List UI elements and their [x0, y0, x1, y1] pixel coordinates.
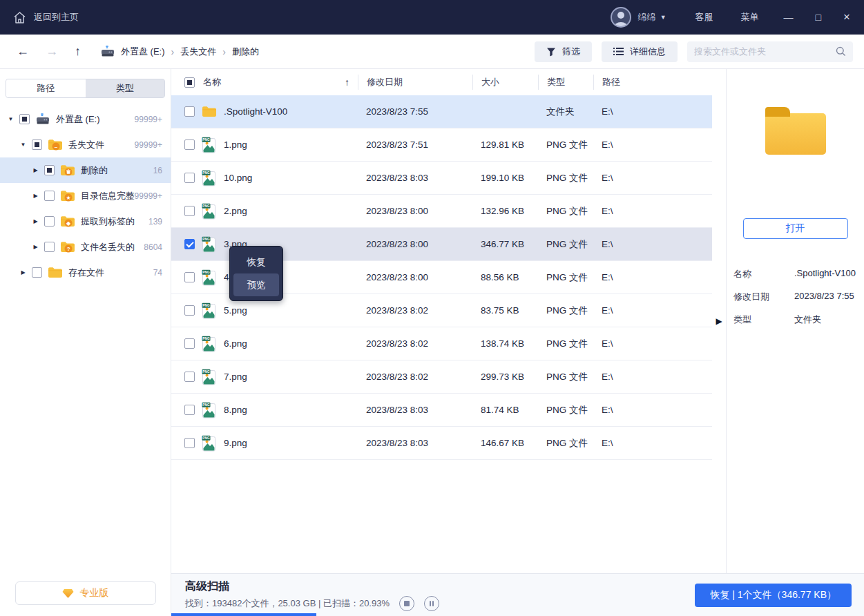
file-type: PNG 文件	[538, 338, 593, 350]
collapse-panel-toggle[interactable]: ▶	[716, 316, 722, 326]
row-checkbox[interactable]	[184, 139, 195, 150]
tree-checkbox[interactable]	[32, 139, 42, 150]
sidebar-tree-item[interactable]: ▼ –丢失文件99999+	[0, 132, 171, 157]
sidebar-tree-item[interactable]: ▶ 存在文件74	[0, 260, 171, 285]
stop-scan-button[interactable]	[399, 596, 414, 611]
expand-arrow-icon[interactable]: ▶	[18, 269, 28, 276]
support-link[interactable]: 客服	[682, 11, 727, 23]
table-row[interactable]: PNG 1.png2023/8/23 7:51129.81 KBPNG 文件E:…	[171, 128, 712, 162]
expand-arrow-icon[interactable]: ▼	[6, 116, 16, 122]
row-checkbox[interactable]	[184, 338, 195, 349]
row-checkbox[interactable]	[184, 206, 195, 216]
nav-up-button[interactable]: ↑	[75, 44, 81, 59]
column-header-name[interactable]: 名称	[203, 76, 221, 88]
back-to-home-button[interactable]: 返回到主页	[0, 0, 90, 35]
file-date: 2023/8/23 8:00	[358, 206, 472, 216]
row-checkbox[interactable]	[184, 272, 195, 282]
expand-arrow-icon[interactable]: ▶	[30, 167, 41, 173]
close-button[interactable]: ×	[832, 0, 864, 35]
sort-ascending-icon[interactable]: ↑	[345, 77, 349, 88]
select-all-checkbox[interactable]	[184, 77, 195, 88]
folder-icon	[48, 267, 63, 279]
table-row[interactable]: .Spotlight-V1002023/8/23 7:55文件夹E:\	[171, 95, 712, 128]
table-row[interactable]: PNG 7.png2023/8/23 8:02299.73 KBPNG 文件E:…	[171, 360, 712, 394]
filter-button[interactable]: 筛选	[535, 41, 592, 62]
tree-checkbox[interactable]	[44, 242, 55, 252]
svg-text:PNG: PNG	[202, 304, 210, 307]
row-checkbox[interactable]	[184, 239, 195, 249]
png-file-icon: PNG	[202, 369, 216, 385]
row-checkbox[interactable]	[184, 106, 195, 117]
details-button[interactable]: 详细信息	[602, 41, 678, 62]
column-header-size[interactable]: 大小	[472, 75, 538, 90]
file-date: 2023/8/23 8:02	[358, 305, 472, 316]
sidebar-tree-item[interactable]: ▶ ?文件名丢失的8604	[0, 234, 171, 260]
sidebar-tree-item[interactable]: ▼ 外置盘 (E:)99999+	[0, 106, 171, 132]
detail-value-type: 文件夹	[794, 314, 864, 326]
funnel-icon	[546, 47, 556, 57]
folder-trash-icon	[60, 164, 75, 177]
pro-version-button[interactable]: 专业版	[15, 581, 156, 605]
folder-question-icon: ?	[60, 241, 75, 253]
png-file-icon: PNG	[202, 402, 217, 418]
file-name: 1.png	[224, 139, 247, 150]
sidebar: 路径 类型 ▼ 外置盘 (E:)99999+▼ –丢失文件99999+▶ 删除的…	[0, 69, 171, 616]
table-row[interactable]: PNG 6.png2023/8/23 8:02138.74 KBPNG 文件E:…	[171, 327, 712, 360]
maximize-button[interactable]: □	[805, 0, 832, 35]
open-button[interactable]: 打开	[743, 218, 848, 239]
sidebar-tree-item[interactable]: ▶ 删除的16	[0, 157, 171, 183]
file-name: 5.png	[224, 305, 247, 316]
pause-scan-button[interactable]	[424, 596, 439, 611]
row-checkbox[interactable]	[184, 305, 195, 316]
column-header-type[interactable]: 类型	[538, 75, 593, 90]
file-type: 文件夹	[538, 106, 593, 118]
table-row[interactable]: PNG 8.png2023/8/23 8:0381.74 KBPNG 文件E:\	[171, 394, 712, 427]
row-checkbox[interactable]	[184, 405, 195, 415]
table-row[interactable]: PNG 9.png2023/8/23 8:03146.67 KBPNG 文件E:…	[171, 427, 712, 460]
menu-item-recover[interactable]: 恢复	[233, 251, 279, 273]
menu-item-preview[interactable]: 预览	[233, 273, 279, 296]
search-box[interactable]	[687, 41, 853, 62]
table-body: .Spotlight-V1002023/8/23 7:55文件夹E:\ PNG …	[171, 95, 712, 573]
table-row[interactable]: PNG 10.png2023/8/23 8:03199.10 KBPNG 文件E…	[171, 162, 712, 195]
nav-back-button[interactable]: ←	[17, 44, 29, 59]
menu-link[interactable]: 菜单	[727, 11, 773, 23]
breadcrumb-item-drive[interactable]: 外置盘 (E:)	[121, 46, 165, 58]
gem-icon	[62, 588, 74, 599]
user-avatar[interactable]	[611, 7, 631, 28]
column-header-date[interactable]: 修改日期	[358, 75, 472, 90]
expand-arrow-icon[interactable]: ▼	[18, 142, 28, 148]
recover-button[interactable]: 恢复 | 1个文件（346.77 KB）	[695, 584, 852, 607]
row-checkbox[interactable]	[184, 372, 195, 382]
file-date: 2023/8/23 8:00	[358, 272, 472, 282]
search-icon[interactable]	[836, 46, 846, 57]
table-row[interactable]: PNG 2.png2023/8/23 8:00132.96 KBPNG 文件E:…	[171, 195, 712, 228]
tree-checkbox[interactable]	[44, 165, 55, 175]
expand-arrow-icon[interactable]: ▶	[30, 244, 41, 250]
nav-forward-button[interactable]: →	[46, 44, 58, 59]
tree-checkbox[interactable]	[44, 191, 55, 201]
breadcrumb-item-lost-files[interactable]: 丢失文件	[180, 46, 216, 58]
row-checkbox[interactable]	[184, 438, 195, 448]
user-dropdown-caret-icon[interactable]: ▼	[660, 14, 666, 21]
svg-text:PNG: PNG	[202, 204, 210, 208]
tab-type[interactable]: 类型	[86, 79, 165, 97]
column-header-path[interactable]: 路径	[593, 75, 712, 90]
tree-checkbox[interactable]	[19, 114, 30, 124]
minimize-button[interactable]: —	[773, 0, 805, 35]
tab-path[interactable]: 路径	[6, 79, 86, 97]
expand-arrow-icon[interactable]: ▶	[30, 218, 41, 224]
file-type: PNG 文件	[538, 371, 593, 383]
tree-checkbox[interactable]	[44, 216, 55, 227]
file-path: E:\	[593, 239, 712, 249]
tree-checkbox[interactable]	[32, 267, 42, 278]
scan-progress-fill	[171, 613, 316, 616]
search-input[interactable]	[694, 46, 836, 57]
username-label[interactable]: 绵绵	[638, 11, 656, 23]
expand-arrow-icon[interactable]: ▶	[30, 193, 41, 199]
breadcrumb-item-deleted[interactable]: 删除的	[232, 46, 259, 58]
sidebar-tree-item[interactable]: ▶ ◆提取到标签的139	[0, 209, 171, 234]
row-checkbox[interactable]	[184, 173, 195, 183]
sidebar-tree-item[interactable]: ▶ ★目录信息完整的99999+	[0, 183, 171, 209]
list-icon	[613, 47, 624, 56]
